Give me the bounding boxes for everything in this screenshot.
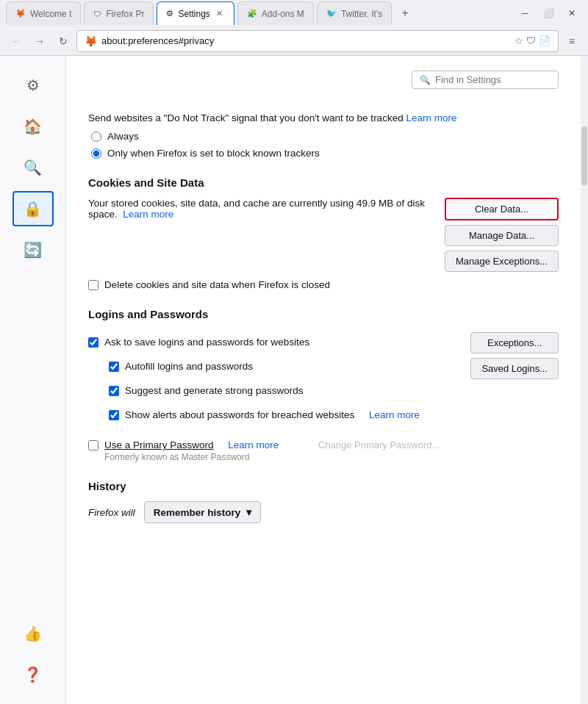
search-icon: 🔍 — [24, 159, 42, 176]
history-dropdown-value: Remember history — [154, 507, 241, 518]
tab-icon-welcome: 🦊 — [15, 9, 26, 18]
reload-button[interactable]: ↻ — [53, 31, 74, 51]
window-controls: ─ ⬜ ✕ — [514, 3, 582, 24]
tab-icon-twitter: 🐦 — [326, 9, 337, 18]
tab-settings[interactable]: ⚙ Settings ✕ — [157, 1, 234, 25]
tab-icon-fp: 🛡 — [93, 10, 101, 18]
saved-logins-button[interactable]: Saved Logins... — [470, 358, 559, 379]
alerts-checkbox[interactable] — [109, 410, 119, 420]
logins-section: Logins and Passwords Ask to save logins … — [88, 308, 559, 462]
dnt-learn-more-link[interactable]: Learn more — [406, 112, 456, 123]
dnt-option-only-when[interactable]: Only when Firefox is set to block known … — [91, 148, 559, 159]
back-button[interactable]: ← — [6, 31, 26, 51]
suggest-passwords-checkbox[interactable] — [109, 386, 119, 396]
history-dropdown[interactable]: Remember history ▾ — [144, 501, 262, 523]
history-section-header: History — [88, 480, 559, 492]
sidebar-item-home[interactable]: 🏠 — [12, 109, 54, 144]
menu-button[interactable]: ≡ — [562, 31, 582, 51]
tab-twitter[interactable]: 🐦 Twitter. It's — [317, 1, 392, 25]
sidebar-item-general[interactable]: ⚙ — [12, 68, 54, 103]
restore-button[interactable]: ⬜ — [538, 3, 559, 24]
address-bar[interactable]: 🦊 about:preferences#privacy ☆ 🛡 📄 — [76, 30, 559, 52]
chevron-down-icon: ▾ — [246, 506, 251, 518]
dnt-section: Send websites a "Do Not Track" signal th… — [88, 112, 559, 159]
minimize-button[interactable]: ─ — [514, 3, 535, 24]
manage-exceptions-button[interactable]: Manage Exceptions... — [445, 251, 559, 272]
sidebar-item-help[interactable]: ❓ — [12, 657, 54, 692]
search-input[interactable] — [435, 74, 545, 85]
help-icon: ❓ — [24, 666, 42, 683]
manage-data-button[interactable]: Manage Data... — [445, 225, 559, 246]
forward-button[interactable]: → — [29, 31, 50, 51]
delete-cookies-checkbox-row[interactable]: Delete cookies and site data when Firefo… — [88, 279, 559, 290]
ask-save-row[interactable]: Ask to save logins and passwords for web… — [88, 337, 440, 348]
tab-welcome[interactable]: 🦊 Welcome t — [6, 1, 81, 25]
search-icon: 🔍 — [420, 75, 431, 85]
cookies-header-row: Your stored cookies, site data, and cach… — [88, 198, 559, 272]
bookmark-icon[interactable]: ☆ — [514, 35, 523, 46]
history-section: History Firefox will Remember history ▾ — [88, 480, 559, 523]
close-button[interactable]: ✕ — [562, 3, 582, 24]
sidebar: ⚙ 🏠 🔍 🔒 🔄 👍 ❓ — [0, 56, 66, 704]
sidebar-item-support[interactable]: 👍 — [12, 616, 54, 651]
home-icon: 🏠 — [24, 118, 42, 135]
tab-label-settings: Settings — [178, 9, 209, 19]
alerts-learn-more-link[interactable]: Learn more — [369, 409, 420, 420]
dnt-always-radio[interactable] — [91, 132, 101, 142]
browser-frame: 🦊 Welcome t 🛡 Firefox Pr ⚙ Settings ✕ 🧩 … — [0, 0, 588, 704]
pdf-icon[interactable]: 📄 — [539, 35, 551, 46]
sidebar-bottom: 👍 ❓ — [12, 616, 54, 704]
scrollbar-thumb[interactable] — [581, 126, 587, 185]
lock-icon: 🔒 — [24, 200, 42, 218]
tab-label-addons: Add-ons M — [262, 9, 304, 19]
cookies-description: Your stored cookies, site data, and cach… — [88, 198, 441, 220]
shield-icon[interactable]: 🛡 — [526, 35, 536, 46]
find-in-settings[interactable]: 🔍 — [412, 71, 559, 89]
cookies-section: Cookies and Site Data Your stored cookie… — [88, 176, 559, 290]
primary-password-checkbox[interactable] — [88, 440, 98, 450]
tab-addons[interactable]: 🧩 Add-ons M — [237, 1, 314, 25]
scrollbar-track[interactable] — [581, 56, 588, 704]
logins-header-row: Ask to save logins and passwords for web… — [88, 329, 559, 462]
firefox-will-label: Firefox will — [88, 507, 135, 518]
gear-icon: ⚙ — [26, 76, 40, 94]
primary-password-row[interactable]: Use a Primary Password Learn more Change… — [88, 439, 440, 450]
sidebar-item-search[interactable]: 🔍 — [12, 150, 54, 185]
cookies-learn-more-link[interactable]: Learn more — [123, 209, 173, 220]
logins-buttons: Exceptions... Saved Logins... — [470, 332, 559, 379]
sidebar-item-privacy[interactable]: 🔒 — [12, 191, 54, 226]
address-text: about:preferences#privacy — [101, 35, 510, 46]
tab-firefox-privacy[interactable]: 🛡 Firefox Pr — [84, 1, 154, 25]
delete-cookies-checkbox[interactable] — [88, 280, 98, 290]
tab-label-fp: Firefox Pr — [106, 9, 144, 19]
ask-save-checkbox[interactable] — [88, 337, 98, 348]
cookies-buttons: Clear Data... Manage Data... Manage Exce… — [445, 198, 559, 272]
primary-password-learn-more-link[interactable]: Learn more — [228, 439, 279, 450]
suggest-passwords-row[interactable]: Suggest and generate strong passwords — [109, 385, 440, 396]
toolbar: ← → ↻ 🦊 about:preferences#privacy ☆ 🛡 📄 … — [0, 26, 588, 56]
formerly-text: Formerly known as Master Password — [104, 452, 440, 462]
tab-label-twitter: Twitter. It's — [341, 9, 382, 19]
exceptions-button[interactable]: Exceptions... — [470, 332, 559, 353]
history-row: Firefox will Remember history ▾ — [88, 501, 559, 523]
cookies-section-header: Cookies and Site Data — [88, 176, 559, 189]
tab-icon-addons: 🧩 — [247, 9, 257, 18]
autofill-checkbox[interactable] — [109, 362, 119, 372]
address-icons: ☆ 🛡 📄 — [514, 35, 551, 46]
content-area: 🔍 Send websites a "Do Not Track" signal … — [66, 56, 581, 704]
firefox-logo-icon: 🦊 — [85, 35, 97, 47]
tab-label-welcome: Welcome t — [30, 9, 71, 19]
new-tab-button[interactable]: + — [395, 3, 415, 24]
dnt-radio-group: Always Only when Firefox is set to block… — [91, 131, 559, 159]
autofill-row[interactable]: Autofill logins and passwords — [109, 361, 440, 372]
sync-icon: 🔄 — [24, 241, 42, 259]
dnt-option-always[interactable]: Always — [91, 131, 559, 142]
alerts-row[interactable]: Show alerts about passwords for breached… — [109, 409, 440, 420]
close-tab-settings[interactable]: ✕ — [215, 9, 225, 19]
clear-data-button[interactable]: Clear Data... — [445, 198, 559, 220]
change-primary-password-button-disabled: Change Primary Password... — [318, 439, 440, 450]
dnt-only-when-radio[interactable] — [91, 148, 101, 159]
title-bar: 🦊 Welcome t 🛡 Firefox Pr ⚙ Settings ✕ 🧩 … — [0, 0, 588, 26]
logins-checkboxes: Ask to save logins and passwords for web… — [88, 329, 440, 462]
sidebar-item-sync[interactable]: 🔄 — [12, 232, 54, 267]
